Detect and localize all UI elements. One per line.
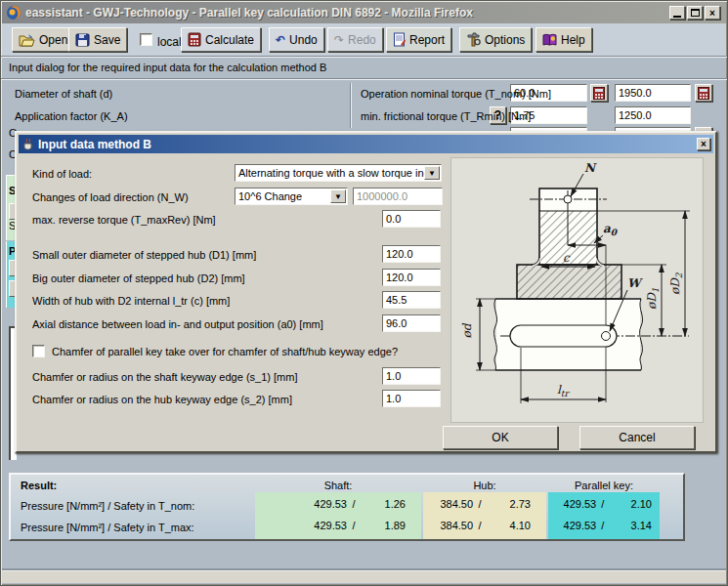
kind-of-load-label: Kind of load: [32, 168, 92, 180]
dialog-title: Input data method B [38, 138, 151, 151]
options-button[interactable]: Options [459, 27, 532, 52]
shaft-safety-tnom: 1.26 [361, 498, 406, 510]
shaft-column-header: Shaft: [255, 480, 421, 491]
open-label: Open [39, 33, 67, 47]
chamfer-takeover-checkbox[interactable] [32, 345, 45, 357]
big-outer-diameter-field[interactable]: 120.0 [382, 269, 441, 286]
window-titlebar: eassistant - GWJ-Technology - Parallel k… [2, 2, 726, 23]
ok-button[interactable]: OK [443, 426, 558, 449]
diameter-calc-button[interactable] [590, 84, 608, 102]
tools-icon [466, 32, 481, 47]
shaft-pressure-tmax: 429.53 [296, 520, 347, 531]
drawing-label-od2: øD [668, 277, 682, 295]
small-outer-diameter-field[interactable]: 120.0 [382, 245, 441, 263]
result-heading: Result: [21, 480, 57, 491]
chevron-down-icon: ▼ [424, 166, 440, 180]
application-factor-label: Application factor (K_A) [15, 110, 128, 122]
drawing-label-w: W [627, 276, 643, 290]
close-icon: × [709, 8, 715, 19]
axial-distance-field[interactable]: 96.0 [382, 314, 441, 332]
nominal-torque-label: Operation nominal torque (T_nom) [Nm] [361, 88, 551, 100]
separator: / [347, 520, 361, 531]
hub-width-field[interactable]: 45.5 [382, 291, 441, 309]
calculate-label: Calculate [205, 33, 254, 47]
load-direction-label: Changes of load direction (N_W) [32, 191, 189, 203]
form-column-divider [350, 83, 352, 128]
header-divider [1, 78, 727, 80]
page-title: Input dialog for the required input data… [9, 62, 326, 73]
undo-label: Undo [289, 33, 318, 47]
svg-text:a0: a0 [603, 222, 619, 237]
drawing-label-od: ød [460, 322, 474, 338]
drawing-label-n: N [584, 161, 597, 175]
diameter-shaft-label: Diameter of shaft (d) [15, 88, 112, 100]
save-floppy-icon [75, 33, 90, 47]
java-coffee-icon [21, 138, 34, 150]
calculate-button[interactable]: Calculate [181, 27, 261, 52]
separator: / [596, 520, 609, 531]
max-reverse-torque-label: max. reverse torque (T_maxRev) [Nm] [32, 214, 216, 226]
firefox-icon [6, 5, 21, 21]
frictional-torque-field[interactable]: 1250.0 [615, 106, 691, 124]
save-label: Save [94, 33, 120, 47]
dialog-close-button[interactable]: × [697, 138, 710, 150]
close-button[interactable]: × [705, 6, 720, 20]
redo-label: Redo [348, 33, 376, 47]
separator: / [473, 498, 487, 510]
redo-button[interactable]: ↷ Redo [327, 27, 383, 52]
pressure-tnom-label: Pressure [N/mm²] / Safety in T_nom: [21, 500, 194, 512]
report-button[interactable]: Report [386, 27, 451, 52]
nominal-torque-field[interactable]: 1950.0 [615, 84, 691, 102]
open-button[interactable]: Open [12, 27, 74, 52]
technical-drawing-panel: N a0 c W ød [450, 157, 704, 423]
hub-column-header: Hub: [423, 480, 546, 491]
hub-result-block: 384.50 / 2.73 384.50 / 4.10 [423, 492, 546, 539]
small-outer-diameter-label: Small outer diameter of stepped hub (D1)… [32, 249, 256, 261]
local-checkbox[interactable] [140, 33, 152, 46]
chamfer-takeover-label: Chamfer of parallel key take over for ch… [52, 346, 398, 357]
toolbar: Open Save local Calculate [2, 23, 726, 56]
kind-of-load-select[interactable]: Alternating torque with a slow torque in… [235, 164, 442, 182]
load-direction-value: 10^6 Change [236, 190, 330, 202]
maximize-button[interactable] [687, 6, 703, 20]
undo-icon: ↶ [276, 33, 285, 47]
frictional-torque-label: min. frictional torque (T_Rmin) [Nm] [361, 110, 531, 122]
local-label: local [157, 35, 182, 49]
load-direction-select[interactable]: 10^6 Change ▼ [235, 188, 348, 205]
big-outer-diameter-label: Big outer diameter of stepped hub (D2) [… [32, 272, 245, 284]
separator: / [473, 520, 487, 531]
toolbar-divider [1, 56, 727, 58]
nominal-torque-calc-button[interactable] [695, 84, 712, 102]
shaft-chamfer-label: Chamfer or radius on the shaft keyway ed… [32, 371, 297, 383]
help-button[interactable]: Help [535, 27, 592, 52]
max-reverse-torque-field[interactable]: 0.0 [382, 210, 441, 228]
shaft-chamfer-field[interactable]: 1.0 [382, 367, 441, 385]
shaft-pressure-tnom: 429.53 [296, 498, 347, 510]
save-button[interactable]: Save [68, 27, 127, 52]
minimize-button[interactable] [669, 6, 685, 20]
hub-safety-tmax: 4.10 [487, 520, 531, 531]
parallel-key-drawing: N a0 c W ød [451, 158, 703, 422]
svg-text:ltr: ltr [557, 383, 570, 398]
input-data-dialog: Input data method B × Kind of load: Alte… [15, 131, 717, 453]
options-label: Options [485, 33, 525, 47]
parallel-key-column-header: Parallel key: [548, 480, 660, 491]
hub-pressure-tnom: 384.50 [423, 498, 473, 510]
hub-chamfer-field[interactable]: 1.0 [382, 390, 441, 407]
hub-chamfer-label: Chamfer or radius on the hub keyway edge… [32, 394, 292, 405]
report-label: Report [409, 33, 445, 47]
key-safety-tnom: 2.10 [609, 498, 652, 510]
undo-button[interactable]: ↶ Undo [269, 27, 324, 52]
calculator-icon [188, 32, 201, 47]
hub-width-label: Width of hub with D2 internal l_tr (c) [… [32, 295, 230, 307]
application-window: eassistant - GWJ-Technology - Parallel k… [0, 0, 728, 586]
hub-pressure-tmax: 384.50 [423, 520, 473, 531]
parallel-key-result-block: 429.53 / 2.10 429.53 / 3.14 [548, 492, 660, 539]
chevron-down-icon: ▼ [330, 189, 346, 203]
cancel-button[interactable]: Cancel [579, 426, 695, 449]
key-pressure-tnom: 429.53 [548, 498, 596, 510]
help-label: Help [561, 33, 585, 47]
hub-safety-tnom: 2.73 [487, 498, 531, 510]
report-document-icon [393, 32, 406, 47]
separator: / [347, 498, 361, 510]
